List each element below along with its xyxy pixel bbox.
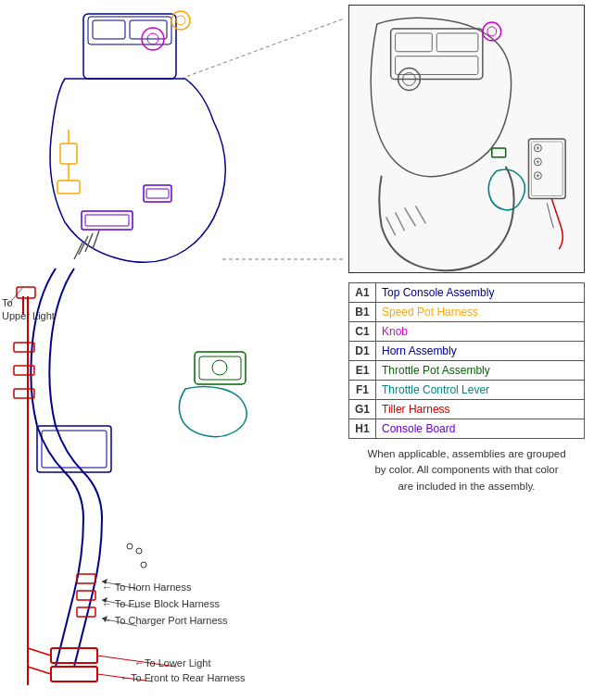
legend-row: G1Tiller Harness — [349, 400, 585, 419]
legend-area: A1Top Console AssemblyB1Speed Pot Harnes… — [348, 282, 585, 494]
svg-rect-49 — [436, 33, 478, 52]
tiller-body — [31, 11, 225, 667]
legend-label: Top Console Assembly — [376, 283, 585, 303]
front-rear-label-text: ←To Front to Rear Harness — [120, 672, 246, 683]
horn-harness-label-text: ← To Horn Harness — [102, 581, 191, 593]
legend-caption: When applicable, assemblies are grouped … — [348, 446, 585, 494]
svg-rect-50 — [396, 56, 478, 75]
legend-row: F1Throttle Control Lever — [349, 381, 585, 400]
inset-svg — [349, 6, 584, 272]
svg-line-6 — [74, 241, 83, 259]
legend-label: Tiller Harness — [376, 400, 585, 419]
svg-rect-12 — [60, 144, 77, 164]
svg-line-35 — [181, 14, 343, 79]
fuse-block-label-text: ← To Fuse Block Harness — [102, 598, 220, 609]
svg-rect-59 — [492, 148, 506, 157]
svg-rect-70 — [531, 142, 562, 196]
svg-point-4 — [171, 11, 190, 30]
svg-point-30 — [212, 360, 227, 375]
diagram-svg — [0, 0, 343, 700]
legend-label: Speed Pot Harness — [376, 303, 585, 322]
screw-3 — [136, 548, 142, 554]
svg-rect-15 — [57, 181, 80, 194]
legend-id: D1 — [349, 342, 376, 361]
legend-id: C1 — [349, 322, 376, 342]
svg-line-22 — [28, 648, 51, 656]
console-board — [82, 211, 133, 230]
legend-row: D1Horn Assembly — [349, 342, 585, 361]
legend-label: Throttle Pot Assembly — [376, 361, 585, 381]
svg-rect-21 — [51, 667, 97, 681]
charger-port-label-text: ← To Charger Port Harness — [102, 615, 228, 626]
screw-1 — [127, 544, 133, 549]
inset-connectors — [181, 14, 343, 259]
svg-rect-33 — [82, 211, 133, 230]
legend-id: G1 — [349, 400, 376, 419]
legend-id: F1 — [349, 381, 376, 400]
screw-2 — [141, 562, 146, 568]
svg-line-23 — [28, 667, 51, 674]
svg-point-52 — [487, 27, 497, 36]
diagram-area: ToUpper Light ← To Horn Harness ← To Fus… — [0, 0, 343, 700]
legend-row: E1Throttle Pot Assembly — [349, 361, 585, 381]
svg-rect-43 — [77, 574, 95, 583]
svg-line-8 — [85, 233, 93, 252]
legend-label: Throttle Control Lever — [376, 381, 585, 400]
svg-line-58 — [415, 206, 425, 223]
svg-line-55 — [386, 217, 396, 235]
legend-row: C1Knob — [349, 322, 585, 342]
legend-row: H1Console Board — [349, 419, 585, 439]
svg-line-9 — [93, 231, 99, 249]
svg-line-57 — [405, 207, 416, 226]
svg-point-5 — [176, 16, 185, 25]
legend-row: B1Speed Pot Harness — [349, 303, 585, 322]
lower-light-label-text: ←To Lower Light — [134, 657, 211, 669]
upper-light-label-text: ToUpper Light — [2, 296, 55, 323]
svg-rect-2 — [93, 20, 125, 39]
legend-id: H1 — [349, 419, 376, 439]
svg-rect-26 — [144, 185, 171, 202]
legend-label: Console Board — [376, 419, 585, 439]
legend-label: Horn Assembly — [376, 342, 585, 361]
legend-id: A1 — [349, 283, 376, 303]
legend-table: A1Top Console AssemblyB1Speed Pot Harnes… — [348, 282, 585, 439]
speed-pot-harness — [57, 130, 80, 194]
main-container: ToUpper Light ← To Horn Harness ← To Fus… — [0, 0, 594, 700]
legend-row: A1Top Console Assembly — [349, 283, 585, 303]
legend-id: E1 — [349, 361, 376, 381]
svg-rect-34 — [85, 215, 129, 226]
legend-id: B1 — [349, 303, 376, 322]
legend-label: Knob — [376, 322, 585, 342]
horn-assembly — [144, 185, 246, 437]
svg-line-56 — [396, 212, 405, 231]
svg-rect-27 — [146, 189, 169, 198]
svg-rect-48 — [396, 33, 433, 52]
inset-area — [348, 5, 585, 273]
